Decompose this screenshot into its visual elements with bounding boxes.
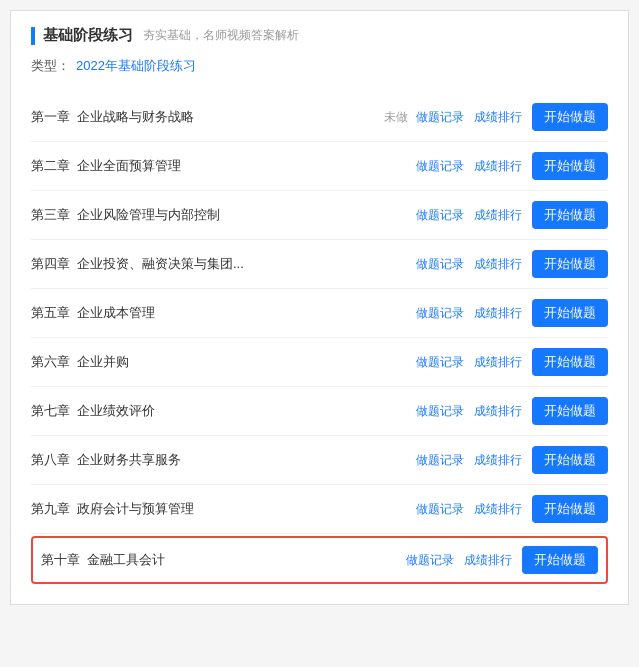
chapter-num: 第五章: [31, 304, 77, 322]
chapter-actions: 做题记录成绩排行开始做题: [416, 152, 608, 180]
do-record-link[interactable]: 做题记录: [416, 354, 464, 371]
do-record-link[interactable]: 做题记录: [416, 452, 464, 469]
chapter-list: 第一章企业战略与财务战略未做做题记录成绩排行开始做题第二章企业全面预算管理做题记…: [31, 93, 608, 584]
score-rank-link[interactable]: 成绩排行: [474, 256, 522, 273]
chapter-name: 企业财务共享服务: [77, 451, 416, 469]
chapter-item: 第七章企业绩效评价做题记录成绩排行开始做题: [31, 387, 608, 436]
chapter-num: 第一章: [31, 108, 77, 126]
type-bar: 类型： 2022年基础阶段练习: [31, 57, 608, 75]
chapter-name: 金融工具会计: [87, 551, 406, 569]
score-rank-link[interactable]: 成绩排行: [474, 207, 522, 224]
chapter-num: 第十章: [41, 551, 87, 569]
chapter-name: 企业并购: [77, 353, 416, 371]
start-button[interactable]: 开始做题: [532, 446, 608, 474]
main-container: 基础阶段练习 夯实基础，名师视频答案解析 类型： 2022年基础阶段练习 第一章…: [10, 10, 629, 605]
chapter-actions: 做题记录成绩排行开始做题: [416, 201, 608, 229]
chapter-name: 企业战略与财务战略: [77, 108, 384, 126]
chapter-item: 第二章企业全面预算管理做题记录成绩排行开始做题: [31, 142, 608, 191]
do-record-link[interactable]: 做题记录: [406, 552, 454, 569]
section-subtitle: 夯实基础，名师视频答案解析: [143, 27, 299, 44]
start-button[interactable]: 开始做题: [532, 397, 608, 425]
score-rank-link[interactable]: 成绩排行: [474, 158, 522, 175]
score-rank-link[interactable]: 成绩排行: [474, 305, 522, 322]
chapter-name: 企业绩效评价: [77, 402, 416, 420]
start-button[interactable]: 开始做题: [532, 299, 608, 327]
chapter-actions: 做题记录成绩排行开始做题: [406, 546, 598, 574]
chapter-item: 第八章企业财务共享服务做题记录成绩排行开始做题: [31, 436, 608, 485]
chapter-item: 第十章金融工具会计做题记录成绩排行开始做题: [31, 536, 608, 584]
do-record-link[interactable]: 做题记录: [416, 158, 464, 175]
chapter-num: 第九章: [31, 500, 77, 518]
score-rank-link[interactable]: 成绩排行: [474, 109, 522, 126]
type-value[interactable]: 2022年基础阶段练习: [76, 57, 196, 75]
start-button[interactable]: 开始做题: [532, 250, 608, 278]
chapter-actions: 做题记录成绩排行开始做题: [416, 299, 608, 327]
type-label: 类型：: [31, 57, 70, 75]
chapter-num: 第三章: [31, 206, 77, 224]
chapter-name: 企业成本管理: [77, 304, 416, 322]
title-bar-decoration: [31, 27, 35, 45]
section-header: 基础阶段练习 夯实基础，名师视频答案解析: [31, 26, 608, 45]
score-rank-link[interactable]: 成绩排行: [474, 403, 522, 420]
chapter-name: 企业全面预算管理: [77, 157, 416, 175]
do-record-link[interactable]: 做题记录: [416, 501, 464, 518]
chapter-item: 第四章企业投资、融资决策与集团...做题记录成绩排行开始做题: [31, 240, 608, 289]
chapter-actions: 做题记录成绩排行开始做题: [416, 495, 608, 523]
chapter-actions: 做题记录成绩排行开始做题: [416, 446, 608, 474]
chapter-actions: 做题记录成绩排行开始做题: [416, 397, 608, 425]
chapter-item: 第六章企业并购做题记录成绩排行开始做题: [31, 338, 608, 387]
score-rank-link[interactable]: 成绩排行: [474, 354, 522, 371]
do-record-link[interactable]: 做题记录: [416, 403, 464, 420]
do-record-link[interactable]: 做题记录: [416, 207, 464, 224]
score-rank-link[interactable]: 成绩排行: [464, 552, 512, 569]
chapter-name: 政府会计与预算管理: [77, 500, 416, 518]
do-record-link[interactable]: 做题记录: [416, 109, 464, 126]
chapter-num: 第八章: [31, 451, 77, 469]
score-rank-link[interactable]: 成绩排行: [474, 501, 522, 518]
start-button[interactable]: 开始做题: [532, 103, 608, 131]
chapter-item: 第五章企业成本管理做题记录成绩排行开始做题: [31, 289, 608, 338]
section-title: 基础阶段练习: [43, 26, 133, 45]
start-button[interactable]: 开始做题: [532, 201, 608, 229]
score-rank-link[interactable]: 成绩排行: [474, 452, 522, 469]
start-button[interactable]: 开始做题: [532, 152, 608, 180]
status-tag: 未做: [384, 109, 408, 126]
chapter-item: 第九章政府会计与预算管理做题记录成绩排行开始做题: [31, 485, 608, 534]
chapter-name: 企业投资、融资决策与集团...: [77, 255, 416, 273]
start-button[interactable]: 开始做题: [522, 546, 598, 574]
start-button[interactable]: 开始做题: [532, 495, 608, 523]
chapter-item: 第三章企业风险管理与内部控制做题记录成绩排行开始做题: [31, 191, 608, 240]
do-record-link[interactable]: 做题记录: [416, 256, 464, 273]
chapter-item: 第一章企业战略与财务战略未做做题记录成绩排行开始做题: [31, 93, 608, 142]
chapter-num: 第四章: [31, 255, 77, 273]
do-record-link[interactable]: 做题记录: [416, 305, 464, 322]
chapter-actions: 未做做题记录成绩排行开始做题: [384, 103, 608, 131]
chapter-num: 第七章: [31, 402, 77, 420]
chapter-num: 第六章: [31, 353, 77, 371]
chapter-actions: 做题记录成绩排行开始做题: [416, 250, 608, 278]
chapter-actions: 做题记录成绩排行开始做题: [416, 348, 608, 376]
chapter-num: 第二章: [31, 157, 77, 175]
start-button[interactable]: 开始做题: [532, 348, 608, 376]
chapter-name: 企业风险管理与内部控制: [77, 206, 416, 224]
